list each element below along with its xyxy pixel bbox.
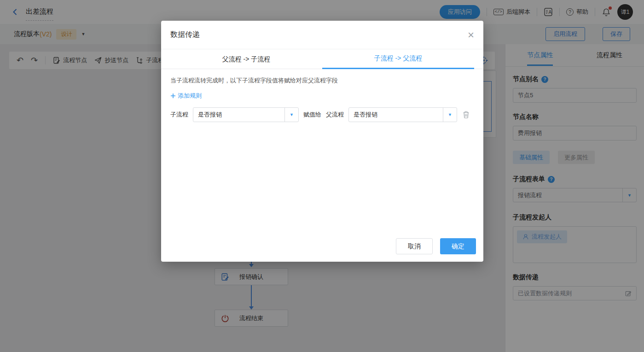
modal-tabs: 父流程 -> 子流程 子流程 -> 父流程 (170, 49, 474, 69)
trash-icon (463, 111, 470, 118)
cancel-button[interactable]: 取消 (396, 238, 433, 254)
assign-to-label: 赋值给 (303, 111, 321, 119)
data-transfer-modal: 数据传递 × 父流程 -> 子流程 子流程 -> 父流程 当子流程流转完成时，以… (161, 21, 483, 262)
chevron-down-icon: ▼ (284, 108, 298, 122)
close-icon[interactable]: × (468, 29, 474, 41)
modal-title: 数据传递 (170, 30, 200, 40)
parent-field-select[interactable]: 是否报销 ▼ (348, 107, 457, 122)
add-rule-button[interactable]: 添加规则 (170, 92, 202, 100)
delete-rule-button[interactable] (463, 111, 470, 118)
parent-flow-label: 父流程 (326, 111, 344, 119)
modal-header: 数据传递 × (161, 21, 483, 49)
tab-parent-to-child[interactable]: 父流程 -> 子流程 (170, 49, 322, 69)
confirm-button[interactable]: 确定 (440, 238, 476, 254)
chevron-down-icon: ▼ (443, 108, 457, 122)
tab-child-to-parent[interactable]: 子流程 -> 父流程 (322, 49, 474, 69)
rule-row: 子流程 是否报销 ▼ 赋值给 父流程 是否报销 ▼ (170, 107, 474, 122)
subflow-field-select[interactable]: 是否报销 ▼ (193, 107, 299, 122)
modal-footer: 取消 确定 (396, 238, 476, 254)
plus-icon (170, 93, 176, 99)
subflow-label: 子流程 (170, 111, 188, 119)
modal-description: 当子流程流转完成时，以下子流程字段值将赋给对应父流程字段 (170, 76, 474, 85)
